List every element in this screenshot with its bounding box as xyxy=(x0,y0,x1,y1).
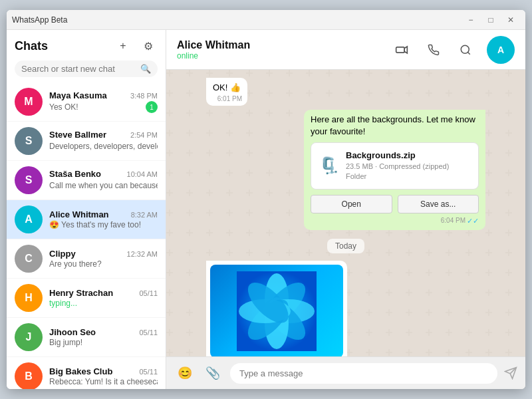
contact-avatar[interactable]: A xyxy=(487,36,515,64)
message-input[interactable] xyxy=(230,363,497,384)
chat-header-info: Alice Whitman online xyxy=(177,39,250,61)
chat-preview: typing... xyxy=(49,299,158,308)
message-row: Here are all the backgrounds. Let me kno… xyxy=(206,110,485,230)
sidebar-top: Chats + ⚙ xyxy=(15,37,158,55)
close-button[interactable]: ✕ xyxy=(501,13,520,27)
message-bubble: Here are all the backgrounds. Let me kno… xyxy=(304,110,485,230)
chat-list-item-jihoon[interactable]: JJihoon Seo05/11Big jump! xyxy=(7,318,166,357)
chat-name-row: Jihoon Seo05/11 xyxy=(49,327,158,337)
search-icon: 🔍 xyxy=(140,64,151,74)
emoji-button[interactable]: 😊 xyxy=(174,362,196,384)
chat-list-item-bigbakes[interactable]: BBig Bakes Club05/11Rebecca: Yum! Is it … xyxy=(7,357,166,389)
chat-info: Steve Ballmer2:54 PMDevelopers, develope… xyxy=(49,130,158,152)
chat-preview: 😍 Yes that's my fave too! xyxy=(49,220,158,229)
chat-list: MMaya Kasuma3:48 PMYes OK!1SSteve Ballme… xyxy=(7,82,166,389)
chat-name: Jihoon Seo xyxy=(49,327,96,337)
chat-name: Clippy xyxy=(49,249,76,259)
svg-rect-0 xyxy=(396,47,405,52)
typing-indicator: typing... xyxy=(49,299,77,308)
sidebar: Chats + ⚙ 🔍 MMaya Kasuma3:48 PMYes OK!1S… xyxy=(7,30,166,389)
search-bar: 🔍 xyxy=(15,61,158,77)
chat-list-item-stasa[interactable]: SStaša Benko10:04 AMCall me when you can… xyxy=(7,161,166,200)
chat-header-actions: A xyxy=(391,36,515,64)
svg-marker-1 xyxy=(404,47,407,53)
chat-info: Maya Kasuma3:48 PMYes OK!1 xyxy=(49,90,158,113)
message-text: Here are all the backgrounds. Let me kno… xyxy=(311,114,479,138)
chat-name: Steve Ballmer xyxy=(49,130,106,140)
avatar: S xyxy=(15,166,43,194)
chat-info: Henry Strachan05/11typing... xyxy=(49,288,158,308)
maximize-button[interactable]: □ xyxy=(481,13,500,27)
minimize-button[interactable]: − xyxy=(462,13,480,27)
voice-call-button[interactable] xyxy=(423,39,444,61)
main-content: Chats + ⚙ 🔍 MMaya Kasuma3:48 PMYes OK!1S… xyxy=(7,30,525,389)
save-file-button[interactable]: Save as... xyxy=(398,195,479,213)
chat-preview: Rebecca: Yum! Is it a cheesecake? xyxy=(49,377,158,386)
avatar: C xyxy=(15,245,43,273)
chat-preview: Call me when you can because...1 xyxy=(49,180,158,192)
message-row: This is beautiful! 8:15 AM xyxy=(206,261,485,356)
chat-list-item-maya[interactable]: MMaya Kasuma3:48 PMYes OK!1 xyxy=(7,82,166,122)
chat-name: Staša Benko xyxy=(49,169,101,179)
message-meta: 6:04 PM ✓✓ xyxy=(311,216,479,226)
avatar: J xyxy=(15,323,43,351)
send-button[interactable] xyxy=(504,366,517,380)
chat-list-item-alice[interactable]: AAlice Whitman8:32 AM😍 Yes that's my fav… xyxy=(7,200,166,239)
chat-time: 10:04 AM xyxy=(127,170,158,178)
avatar: B xyxy=(15,362,43,389)
message-row: OK! 👍 6:01 PM xyxy=(206,78,485,106)
chat-preview: Big jump! xyxy=(49,338,158,347)
read-ticks: ✓✓ xyxy=(467,216,479,226)
chat-time: 05/11 xyxy=(139,329,158,336)
chat-name-row: Big Bakes Club05/11 xyxy=(49,366,158,376)
chat-name-row: Steve Ballmer2:54 PM xyxy=(49,130,158,140)
search-input[interactable] xyxy=(21,64,136,74)
image-placeholder xyxy=(210,265,343,356)
message-time: 6:04 PM xyxy=(441,216,466,225)
sidebar-action-icons: + ⚙ xyxy=(114,37,158,55)
chat-info: Clippy12:32 AMAre you there? xyxy=(49,249,158,269)
chat-preview: Developers, developers, develo...4 xyxy=(49,140,158,152)
avatar: M xyxy=(15,88,43,116)
attachment-button[interactable]: 📎 xyxy=(202,362,223,384)
chat-name-row: Maya Kasuma3:48 PM xyxy=(49,90,158,100)
chat-name-row: Alice Whitman8:32 AM xyxy=(49,209,158,219)
file-buttons: Open Save as... xyxy=(311,195,479,213)
file-name: Backgrounds.zip xyxy=(346,150,470,162)
chat-preview: Are you there? xyxy=(49,259,158,269)
unread-badge: 1 xyxy=(146,101,158,113)
chat-name-row: Clippy12:32 AM xyxy=(49,249,158,259)
chat-time: 8:32 AM xyxy=(131,211,158,219)
chat-list-item-henry[interactable]: HHenry Strachan05/11typing... xyxy=(7,279,166,318)
file-desc: 23.5 MB · Compressed (zipped) Folder xyxy=(346,162,470,182)
chat-info: Staša Benko10:04 AMCall me when you can … xyxy=(49,169,158,192)
chat-info: Alice Whitman8:32 AM😍 Yes that's my fave… xyxy=(49,209,158,229)
chat-name-row: Henry Strachan05/11 xyxy=(49,288,158,298)
chat-name: Henry Strachan xyxy=(49,288,113,298)
chat-header: Alice Whitman online A xyxy=(166,30,525,70)
messages-area: OK! 👍 6:01 PM Here are all the backgroun… xyxy=(166,70,525,356)
app-window: WhatsApp Beta − □ ✕ Chats + ⚙ 🔍 xyxy=(7,10,525,389)
chat-list-item-clippy[interactable]: CClippy12:32 AMAre you there? xyxy=(7,239,166,279)
chat-panel: Alice Whitman online A xyxy=(166,30,525,389)
window-controls: − □ ✕ xyxy=(462,13,520,27)
chat-name: Big Bakes Club xyxy=(49,366,112,376)
video-call-button[interactable] xyxy=(391,39,412,61)
chat-time: 05/11 xyxy=(139,368,158,376)
chat-search-button[interactable] xyxy=(455,39,476,61)
chat-list-item-steve[interactable]: SSteve Ballmer2:54 PMDevelopers, develop… xyxy=(7,122,166,161)
file-icon: 🗜️ xyxy=(319,154,339,177)
settings-button[interactable]: ⚙ xyxy=(139,37,158,55)
chat-time: 2:54 PM xyxy=(130,131,158,139)
chat-info: Big Bakes Club05/11Rebecca: Yum! Is it a… xyxy=(49,366,158,386)
chat-info: Jihoon Seo05/11Big jump! xyxy=(49,327,158,347)
chats-title: Chats xyxy=(15,39,48,53)
chat-preview: Yes OK!1 xyxy=(49,101,158,113)
chat-contact-status: online xyxy=(177,51,250,61)
message-bubble: This is beautiful! 8:15 AM xyxy=(206,261,347,356)
open-file-button[interactable]: Open xyxy=(311,195,392,213)
message-bubble: OK! 👍 6:01 PM xyxy=(206,78,247,106)
file-info: Backgrounds.zip 23.5 MB · Compressed (zi… xyxy=(346,150,470,182)
add-chat-button[interactable]: + xyxy=(114,37,132,55)
avatar: S xyxy=(15,127,43,155)
